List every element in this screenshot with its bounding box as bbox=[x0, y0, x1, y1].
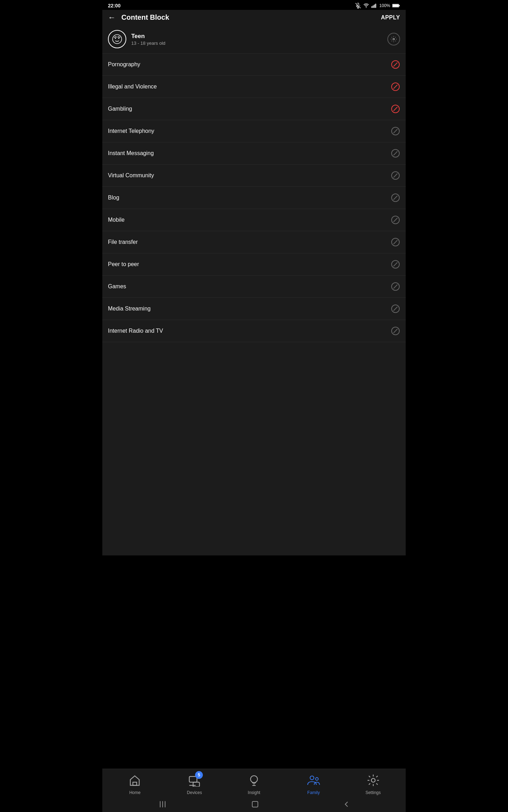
edit-icon bbox=[391, 36, 397, 42]
content-item[interactable]: Instant Messaging bbox=[102, 142, 406, 165]
family-label: Family bbox=[307, 790, 320, 795]
content-item[interactable]: Media Streaming bbox=[102, 298, 406, 320]
svg-rect-5 bbox=[374, 5, 375, 8]
profile-section: Teen 13 - 18 years old bbox=[102, 25, 406, 54]
content-item-label: Mobile bbox=[108, 217, 125, 223]
settings-icon-wrapper bbox=[365, 773, 381, 788]
square-icon bbox=[252, 801, 259, 808]
sys-back-button[interactable] bbox=[344, 801, 349, 808]
battery-icon bbox=[392, 4, 400, 8]
blocked-gray-icon bbox=[391, 282, 400, 291]
blocked-gray-icon bbox=[391, 171, 400, 180]
svg-rect-8 bbox=[393, 5, 399, 7]
home-label: Home bbox=[129, 790, 140, 795]
blocked-red-icon bbox=[391, 105, 400, 113]
svg-point-19 bbox=[250, 776, 258, 783]
insight-icon-wrapper bbox=[246, 773, 262, 788]
content-item[interactable]: Internet Radio and TV bbox=[102, 320, 406, 342]
content-item[interactable]: Gambling bbox=[102, 98, 406, 120]
spacer bbox=[102, 555, 406, 769]
profile-edit-button[interactable] bbox=[387, 33, 400, 45]
svg-rect-26 bbox=[162, 801, 163, 807]
blocked-gray-icon bbox=[391, 238, 400, 246]
sys-menu-button[interactable] bbox=[159, 801, 167, 807]
battery-percent: 100% bbox=[379, 3, 390, 8]
svg-rect-25 bbox=[160, 801, 161, 807]
content-item-label: Media Streaming bbox=[108, 306, 151, 312]
svg-point-13 bbox=[393, 38, 395, 40]
blocked-gray-icon bbox=[391, 193, 400, 202]
content-item-label: Virtual Community bbox=[108, 172, 154, 179]
content-item[interactable]: Internet Telephony bbox=[102, 120, 406, 142]
content-item[interactable]: File transfer bbox=[102, 231, 406, 253]
content-item-label: File transfer bbox=[108, 239, 138, 245]
svg-point-22 bbox=[310, 776, 314, 780]
menu-icon bbox=[159, 801, 167, 807]
chevron-left-icon bbox=[344, 801, 349, 808]
content-item-label: Instant Messaging bbox=[108, 150, 154, 156]
status-bar: 22:00 100% bbox=[102, 0, 406, 10]
content-item[interactable]: Illegal and Violence bbox=[102, 76, 406, 98]
bottom-nav-items: Home5 Devices Insight Family Settings bbox=[102, 773, 406, 795]
devices-icon-wrapper: 5 bbox=[187, 773, 202, 788]
nav-item-insight[interactable]: Insight bbox=[224, 773, 284, 795]
content-item-label: Games bbox=[108, 283, 126, 290]
insight-label: Insight bbox=[248, 790, 260, 795]
content-item-status-icon bbox=[391, 149, 400, 158]
blocked-gray-icon bbox=[391, 304, 400, 313]
blocked-gray-icon bbox=[391, 327, 400, 335]
content-item[interactable]: Peer to peer bbox=[102, 253, 406, 276]
svg-point-24 bbox=[371, 779, 375, 782]
svg-point-11 bbox=[115, 38, 116, 39]
top-nav: ← Content Block APPLY bbox=[102, 10, 406, 25]
teen-icon bbox=[111, 33, 123, 45]
blocked-red-icon bbox=[391, 60, 400, 69]
content-item-status-icon bbox=[391, 60, 400, 69]
content-item-status-icon bbox=[391, 127, 400, 136]
system-nav bbox=[102, 797, 406, 812]
content-item[interactable]: Mobile bbox=[102, 209, 406, 231]
insight-icon bbox=[248, 774, 260, 787]
devices-badge: 5 bbox=[195, 771, 203, 779]
home-icon-wrapper bbox=[127, 773, 143, 788]
content-item-label: Internet Radio and TV bbox=[108, 328, 163, 334]
family-icon bbox=[307, 774, 321, 787]
content-item-status-icon bbox=[391, 193, 400, 202]
status-icons: 100% bbox=[355, 3, 400, 8]
page-title: Content Block bbox=[121, 13, 169, 21]
blocked-gray-icon bbox=[391, 260, 400, 269]
status-time: 22:00 bbox=[108, 3, 121, 8]
nav-item-family[interactable]: Family bbox=[284, 773, 343, 795]
nav-item-home[interactable]: Home bbox=[105, 773, 165, 795]
settings-icon bbox=[367, 774, 380, 787]
profile-info: Teen 13 - 18 years old bbox=[108, 30, 165, 48]
content-item-status-icon bbox=[391, 215, 400, 224]
blocked-gray-icon bbox=[391, 127, 400, 135]
content-item[interactable]: Blog bbox=[102, 187, 406, 209]
sys-home-button[interactable] bbox=[252, 801, 259, 808]
profile-age: 13 - 18 years old bbox=[131, 41, 165, 46]
svg-rect-3 bbox=[371, 6, 372, 8]
back-button[interactable]: ← bbox=[108, 14, 116, 21]
content-item-status-icon bbox=[391, 104, 400, 113]
signal-icon bbox=[371, 3, 377, 8]
profile-name: Teen bbox=[131, 33, 165, 40]
content-item[interactable]: Pornography bbox=[102, 54, 406, 76]
profile-details: Teen 13 - 18 years old bbox=[131, 33, 165, 46]
svg-rect-4 bbox=[373, 5, 374, 8]
content-item-label: Pornography bbox=[108, 61, 140, 68]
wifi-icon bbox=[363, 3, 369, 8]
svg-rect-16 bbox=[193, 782, 200, 787]
content-item-status-icon bbox=[391, 326, 400, 336]
content-item[interactable]: Games bbox=[102, 276, 406, 298]
svg-rect-28 bbox=[252, 801, 258, 807]
svg-point-10 bbox=[113, 35, 122, 44]
blocked-gray-icon bbox=[391, 149, 400, 158]
apply-button[interactable]: APPLY bbox=[381, 14, 400, 21]
svg-point-12 bbox=[118, 38, 119, 39]
content-item[interactable]: Virtual Community bbox=[102, 165, 406, 187]
svg-rect-9 bbox=[399, 5, 400, 6]
nav-item-settings[interactable]: Settings bbox=[343, 773, 403, 795]
nav-item-devices[interactable]: 5 Devices bbox=[165, 773, 224, 795]
mute-icon bbox=[355, 3, 361, 8]
